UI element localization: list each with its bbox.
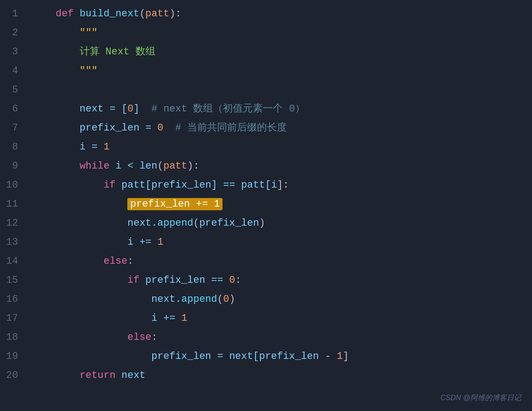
code-token — [163, 122, 175, 134]
code-line: 12 next.append(prefix_len) — [0, 214, 532, 233]
code-line: 4 """ — [0, 62, 532, 81]
code-line: 16 next.append(0) — [0, 290, 532, 309]
code-token: i < — [110, 160, 140, 172]
code-token: prefix_len — [199, 218, 259, 229]
code-token: next. — [32, 218, 157, 229]
line-content: 计算 Next 数组 — [27, 43, 532, 62]
code-token — [32, 198, 127, 210]
line-content: prefix_len = next[prefix_len - 1] — [27, 347, 532, 366]
code-token: ] == patt[ — [211, 179, 271, 191]
code-line: 9 while i < len(patt): — [0, 157, 532, 176]
code-token: : — [127, 256, 133, 267]
code-line: 10 if patt[prefix_len] == patt[i]: — [0, 176, 532, 195]
code-line: 2 """ — [0, 24, 532, 43]
line-content: if patt[prefix_len] == patt[i]: — [27, 176, 532, 195]
code-line: 14 else: — [0, 252, 532, 271]
code-token: patt — [145, 8, 169, 19]
code-token: return — [80, 370, 116, 381]
code-token: if — [127, 275, 139, 286]
code-line: 18 else: — [0, 328, 532, 347]
line-content: i += 1 — [27, 309, 532, 328]
code-line: 6 next = [0] # next 数组（初值元素一个 0） — [0, 100, 532, 119]
code-token: len — [140, 160, 158, 172]
code-token: 1 — [337, 351, 343, 362]
line-content: i += 1 — [27, 233, 532, 252]
watermark: CSDN @阿维的博客日记 — [440, 393, 521, 403]
code-token: ) — [229, 294, 235, 305]
code-token: i += — [32, 237, 157, 248]
code-token: 1 — [157, 237, 163, 248]
code-line: 5 — [0, 81, 532, 100]
line-number: 5 — [0, 81, 27, 100]
code-token: 0 — [157, 122, 163, 134]
line-content: while i < len(patt): — [27, 157, 532, 176]
code-token: else — [127, 332, 151, 343]
code-line: 17 i += 1 — [0, 309, 532, 328]
line-content — [27, 81, 532, 100]
code-line: 11 prefix_len += 1 — [0, 195, 532, 214]
line-number: 19 — [0, 347, 27, 366]
code-token: append — [181, 294, 217, 305]
line-content: if prefix_len == 0: — [27, 271, 532, 290]
line-number: 16 — [0, 290, 27, 309]
code-token — [32, 332, 127, 343]
code-token — [32, 256, 103, 267]
line-number: 10 — [0, 176, 27, 195]
line-number: 12 — [0, 214, 27, 233]
line-number: 3 — [0, 43, 27, 62]
code-token: ( — [140, 8, 145, 19]
line-number: 4 — [0, 62, 27, 81]
code-token: ): — [187, 160, 199, 172]
code-token: i — [271, 179, 277, 191]
code-token: prefix_len == — [140, 275, 229, 286]
code-line: 8 i = 1 — [0, 138, 532, 157]
code-token: i += — [32, 313, 181, 324]
code-line: 7 prefix_len = 0 # 当前共同前后缀的长度 — [0, 119, 532, 138]
line-content: """ — [27, 24, 532, 43]
line-number: 15 — [0, 271, 27, 290]
line-number: 18 — [0, 328, 27, 347]
line-content: else: — [27, 328, 532, 347]
code-token: while — [80, 160, 110, 172]
code-token: ): — [169, 8, 181, 19]
code-token: : — [235, 275, 241, 286]
line-number: 2 — [0, 24, 27, 43]
line-number: 9 — [0, 157, 27, 176]
line-number: 17 — [0, 309, 27, 328]
code-token: 1 — [103, 141, 109, 153]
line-number: 13 — [0, 233, 27, 252]
code-line: 15 if prefix_len == 0: — [0, 271, 532, 290]
code-token: """ — [32, 27, 97, 39]
code-token — [32, 275, 127, 286]
code-token: i = — [32, 141, 103, 153]
code-token: next. — [32, 294, 181, 305]
code-editor: 1 def build_next(patt):2 """3 计算 Next 数组… — [0, 0, 532, 411]
code-token: ( — [217, 294, 223, 305]
code-token: else — [103, 256, 127, 267]
code-token: prefix_len = next[ — [32, 351, 259, 362]
line-content: next.append(prefix_len) — [27, 214, 532, 233]
code-token: """ — [32, 65, 97, 77]
code-token — [32, 370, 80, 381]
code-token: prefix_len — [259, 351, 319, 362]
code-token: def — [32, 8, 80, 19]
line-content: def build_next(patt): — [27, 5, 532, 24]
line-content: i = 1 — [27, 138, 532, 157]
code-token: prefix_len = — [32, 122, 157, 134]
code-token: ]: — [277, 179, 289, 191]
line-content: else: — [27, 252, 532, 271]
line-content: prefix_len = 0 # 当前共同前后缀的长度 — [27, 119, 532, 138]
line-number: 7 — [0, 119, 27, 138]
code-token: ) — [259, 218, 265, 229]
line-content: next = [0] # next 数组（初值元素一个 0） — [27, 100, 532, 119]
code-token: ( — [157, 160, 163, 172]
line-number: 6 — [0, 100, 27, 119]
code-token: 0 — [223, 294, 229, 305]
code-token: # next 数组（初值元素一个 0） — [151, 103, 305, 115]
line-number: 8 — [0, 138, 27, 157]
code-token: 1 — [181, 313, 187, 324]
code-token: prefix_len — [151, 179, 211, 191]
code-token: if — [103, 179, 115, 191]
line-content: return next — [27, 366, 532, 385]
line-content: prefix_len += 1 — [27, 195, 532, 214]
